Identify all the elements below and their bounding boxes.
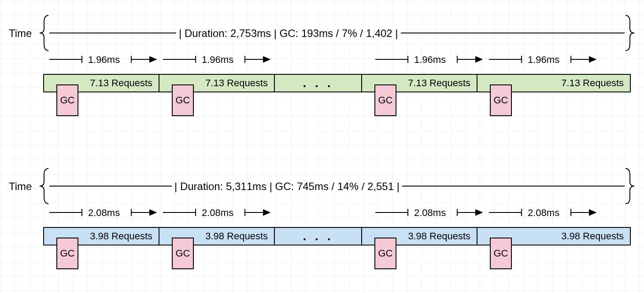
timeline-row-2: Time | Duration: 5,311ms — [0, 153, 644, 285]
svg-marker-5 — [150, 57, 156, 62]
time-label: Time — [9, 180, 32, 193]
brace-svg-2 — [0, 153, 644, 285]
brace-svg-1 — [0, 0, 644, 132]
svg-marker-31 — [263, 210, 270, 215]
gc-box: GC — [490, 238, 512, 269]
svg-marker-15 — [476, 57, 482, 62]
gc-box: GC — [172, 238, 194, 269]
tick-label: 1.96ms — [202, 54, 233, 66]
tick-label: 2.08ms — [202, 207, 233, 219]
tick-label: 2.08ms — [414, 207, 446, 219]
tick-label: 2.08ms — [528, 207, 559, 219]
requests-box-ellipsis: . . . — [274, 74, 362, 92]
svg-marker-20 — [589, 57, 596, 62]
svg-marker-36 — [476, 210, 482, 215]
tick-label: 1.96ms — [88, 54, 120, 66]
gc-box: GC — [172, 84, 194, 116]
gc-box: GC — [56, 238, 78, 269]
requests-box-ellipsis: . . . — [274, 227, 362, 245]
gc-box: GC — [374, 238, 396, 269]
svg-marker-26 — [150, 210, 156, 215]
tick-label: 2.08ms — [88, 207, 120, 219]
timeline-row-1: Time — [0, 0, 644, 132]
tick-label: 1.96ms — [414, 54, 446, 66]
tick-label: 1.96ms — [528, 54, 559, 66]
time-label: Time — [9, 27, 32, 40]
ellipsis: . . . — [303, 76, 333, 90]
gc-box: GC — [374, 84, 396, 116]
gc-box: GC — [56, 84, 78, 116]
ellipsis: . . . — [303, 229, 333, 243]
svg-marker-10 — [263, 57, 270, 62]
gc-box: GC — [490, 84, 512, 116]
summary-text: | Duration: 5,311ms | GC: 745ms / 14% / … — [172, 180, 402, 193]
summary-text: | Duration: 2,753ms | GC: 193ms / 7% / 1… — [176, 27, 401, 40]
svg-marker-41 — [589, 210, 596, 215]
